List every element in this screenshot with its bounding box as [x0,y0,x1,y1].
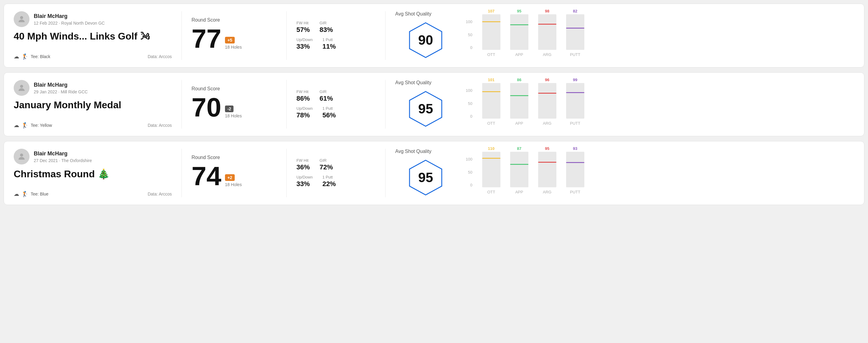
score-section: Round Score 74 +2 18 Holes [191,149,277,197]
updown-value: 33% [297,180,313,188]
oneputt-value: 11% [322,42,336,51]
bar-accent [538,24,556,25]
stats-row-bottom: Up/Down 33% 1 Putt 11% [297,37,375,51]
stats-row-top: FW Hit 57% GIR 83% [297,21,375,34]
golf-bag-icon: 🏌 [22,53,28,60]
bar-background [538,14,556,50]
left-section: Blair McHarg 12 Feb 2022 · Royal North D… [14,11,172,60]
bar-accent [538,93,556,94]
bar-category-label: ARG [543,190,552,194]
bar-value-label: 95 [545,146,549,151]
bar-category-label: OTT [487,190,495,194]
score-badge-col: +2 18 Holes [225,174,242,189]
bar-group-arg: 95 ARG [538,152,556,194]
bar-accent [510,95,528,96]
tee-label: Tee: Yellow [31,123,52,128]
y-label-100: 100 [466,157,472,161]
bar-category-label: ARG [543,52,552,57]
gir-value: 61% [319,95,333,102]
avatar [14,11,30,27]
updown-label: Up/Down [297,106,313,111]
bar-value-label: 101 [488,77,495,82]
bar-group-ott: 110 OTT [482,152,500,194]
chart-section: 100 50 0 110 OTT 87 APP [456,149,854,197]
bar-group-ott: 107 OTT [482,14,500,57]
hexagon-container: 95 [406,89,445,129]
oneputt-value: 56% [322,111,336,119]
score-differential: +5 [225,37,235,43]
updown-label: Up/Down [297,37,313,42]
gir-stat: GIR 72% [319,158,333,171]
bar-accent [510,164,528,165]
round-title: January Monthly Medal [14,99,172,111]
quality-section: Avg Shot Quality 95 [395,80,456,129]
quality-label: Avg Shot Quality [395,11,431,17]
bar-value-label: 107 [488,9,495,13]
golf-bag-icon: 🏌 [22,191,28,197]
oneputt-label: 1 Putt [322,106,336,111]
quality-label: Avg Shot Quality [395,80,431,86]
bar-background [566,152,584,187]
tee-info: ☁ 🏌 Tee: Yellow [14,122,52,129]
bar-accent [510,24,528,25]
user-details: Blair McHarg 29 Jan 2022 · Mill Ride GCC [34,82,88,94]
bar-category-label: APP [515,52,523,57]
bar-group-ott: 101 OTT [482,83,500,126]
hexagon-container: 90 [406,20,445,60]
score-badge-col: -2 18 Holes [225,105,242,121]
svg-point-4 [20,154,23,157]
round-card-1: Blair McHarg 12 Feb 2022 · Royal North D… [4,4,864,67]
avatar-icon [17,14,26,24]
divider-3 [385,149,385,197]
score-badge-col: +5 18 Holes [225,37,242,52]
gir-value: 72% [319,163,333,171]
score-number: 70 [191,94,221,121]
gir-value: 83% [319,26,333,34]
tee-info: ☁ 🏌 Tee: Black [14,53,51,60]
fw-hit-stat: FW Hit 57% [297,21,310,34]
quality-section: Avg Shot Quality 95 [395,149,456,197]
score-differential: +2 [225,174,235,181]
bar-background [510,14,528,50]
y-label-100: 100 [466,89,472,92]
bar-value-label: 95 [517,9,521,13]
stats-row-top: FW Hit 86% GIR 61% [297,89,375,102]
y-label-50: 50 [468,33,472,37]
updown-stat: Up/Down 33% [297,175,313,188]
bar-value-label: 110 [488,146,495,151]
bar-category-label: PUTT [570,190,580,194]
fw-hit-label: FW Hit [297,21,310,25]
bar-group-app: 95 APP [510,14,528,57]
left-section: Blair McHarg 29 Jan 2022 · Mill Ride GCC… [14,80,172,129]
user-details: Blair McHarg 12 Feb 2022 · Royal North D… [34,13,104,25]
tee-label: Tee: Blue [31,192,48,196]
stats-row-top: FW Hit 36% GIR 72% [297,158,375,171]
quality-number: 90 [418,33,433,48]
stats-section: FW Hit 86% GIR 61% Up/Down 78% 1 Putt 56… [297,80,375,129]
avatar [14,80,30,96]
user-name: Blair McHarg [34,82,88,89]
gir-label: GIR [319,158,333,163]
holes-text: 18 Holes [225,45,242,50]
bar-value-label: 86 [517,77,521,82]
stats-row-bottom: Up/Down 78% 1 Putt 56% [297,106,375,119]
bar-chart: 100 50 0 107 OTT 95 APP [466,14,854,57]
score-section: Round Score 77 +5 18 Holes [191,11,277,60]
bar-category-label: APP [515,190,523,194]
divider-3 [385,11,385,60]
chart-section: 100 50 0 101 OTT 86 APP [456,80,854,129]
updown-value: 33% [297,42,313,51]
oneputt-label: 1 Putt [322,175,336,179]
avatar [14,149,30,164]
bar-background [510,83,528,119]
golf-bag-icon: 🏌 [22,122,28,129]
bar-background [482,152,500,187]
fw-hit-value: 36% [297,163,310,171]
divider-1 [182,80,182,129]
bar-value-label: 87 [517,146,521,151]
bar-category-label: PUTT [570,52,580,57]
bar-chart: 100 50 0 110 OTT 87 APP [466,152,854,194]
data-source: Data: Arccos [148,123,172,128]
divider-2 [286,80,287,129]
bar-value-label: 82 [573,9,577,13]
